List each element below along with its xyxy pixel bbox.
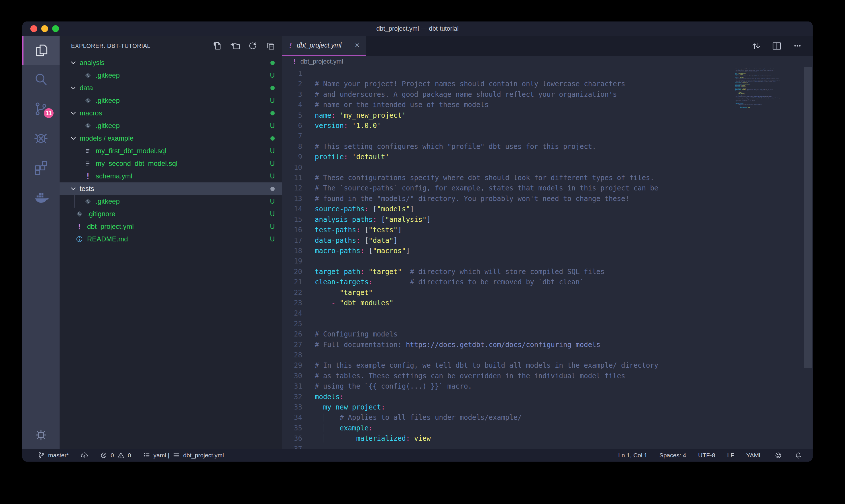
line-number: 26: [282, 329, 308, 339]
code-line[interactable]: 18macro-paths: ["macros"]: [282, 246, 732, 256]
line-number: 9: [282, 152, 308, 162]
tree-item-label: .gitkeep: [96, 71, 120, 79]
code-line[interactable]: 21clean-targets: # directories to be rem…: [282, 277, 732, 287]
new-file-button[interactable]: [212, 41, 222, 51]
tree-item--gitkeep[interactable]: .gitkeepU: [59, 94, 282, 107]
tree-item-my-second-dbt-model-sql[interactable]: my_second_dbt_model.sqlU: [59, 157, 282, 170]
line-number: 7: [282, 131, 308, 141]
tree-item--gitkeep[interactable]: .gitkeepU: [59, 69, 282, 82]
tree-item--gitkeep[interactable]: .gitkeepU: [59, 120, 282, 132]
collapse-all-button[interactable]: [266, 41, 275, 51]
refresh-button[interactable]: [248, 41, 257, 51]
more-actions-button[interactable]: [792, 40, 803, 51]
code-line[interactable]: 17data-paths: ["data"]: [282, 235, 732, 246]
activity-item-explorer[interactable]: [22, 36, 59, 65]
code-line[interactable]: 31# using the `{{ config(...) }}` macro.: [282, 381, 732, 392]
tree-item-analysis[interactable]: analysis: [59, 56, 282, 69]
code-line[interactable]: 25: [282, 319, 732, 329]
settings-button[interactable]: [34, 428, 49, 443]
new-folder-icon: [230, 41, 240, 51]
tree-item-label: README.md: [87, 235, 128, 243]
code-line[interactable]: 16test-paths: ["tests"]: [282, 225, 732, 235]
tab-close-icon[interactable]: ×: [350, 41, 359, 50]
line-number: 15: [282, 215, 308, 225]
code-line[interactable]: 24: [282, 308, 732, 319]
tree-item--gitkeep[interactable]: .gitkeepU: [59, 195, 282, 208]
tree-item-macros[interactable]: macros: [59, 107, 282, 120]
code-line[interactable]: 33 my_new_project:: [282, 402, 732, 412]
tab-strip: ! dbt_project.yml ×: [282, 36, 813, 56]
code-line[interactable]: 37: [282, 444, 732, 449]
tree-item-tests[interactable]: tests: [59, 182, 282, 195]
code-line[interactable]: 28: [282, 350, 732, 360]
collapse-all-icon: [266, 41, 275, 51]
split-editor-button[interactable]: [771, 40, 782, 51]
status-git-branch[interactable]: master*: [37, 451, 69, 459]
refresh-icon: [248, 41, 257, 51]
code-line[interactable]: 22 - "target": [282, 288, 732, 298]
code-line[interactable]: 36 materialized: view: [282, 433, 732, 444]
breadcrumb[interactable]: ! dbt_project.yml: [282, 56, 813, 67]
code-line[interactable]: 1: [282, 69, 732, 79]
code-line[interactable]: 4# name or the intended use of these mod…: [282, 100, 732, 110]
code-line[interactable]: 3# and underscores. A good package name …: [282, 89, 732, 100]
status-text: YAML: [746, 452, 762, 459]
code-line[interactable]: 6version: '1.0.0': [282, 121, 732, 131]
code-line[interactable]: 32models:: [282, 392, 732, 402]
status-publish-changes[interactable]: [80, 451, 88, 459]
activity-item-docker[interactable]: [22, 182, 59, 211]
code-line[interactable]: 14source-paths: ["models"]: [282, 204, 732, 214]
tab-dbt-project-yml[interactable]: ! dbt_project.yml ×: [282, 36, 366, 56]
tree-item--gitignore[interactable]: .gitignoreU: [59, 208, 282, 220]
code-line[interactable]: 23 - "dbt_modules": [282, 298, 732, 308]
tree-item-my-first-dbt-model-sql[interactable]: my_first_dbt_model.sqlU: [59, 145, 282, 157]
tree-item-data[interactable]: data: [59, 82, 282, 94]
activity-item-extensions[interactable]: [22, 152, 59, 182]
tree-item-dbt-project-yml[interactable]: !dbt_project.ymlU: [59, 220, 282, 233]
status-language-mode[interactable]: YAML: [746, 452, 762, 459]
code-line[interactable]: 10: [282, 162, 732, 173]
status-notifications[interactable]: [794, 451, 802, 459]
code-line[interactable]: 12# The `source-paths` config, for examp…: [282, 183, 732, 193]
tree-item-schema-yml[interactable]: !schema.ymlU: [59, 170, 282, 182]
minimap[interactable]: # Name your project! Project names shoul…: [735, 69, 804, 449]
status-eol[interactable]: LF: [727, 452, 734, 459]
status-file-outline[interactable]: yaml |dbt_project.yml: [143, 451, 224, 459]
code-lines[interactable]: 12# Name your project! Project names sho…: [282, 69, 732, 449]
status-cursor-position[interactable]: Ln 1, Col 1: [618, 452, 647, 459]
status-indentation[interactable]: Spaces: 4: [659, 452, 686, 459]
editor-scrollbar[interactable]: [804, 67, 812, 368]
code-line[interactable]: 2# Name your project! Project names shou…: [282, 79, 732, 89]
status-problems[interactable]: 00: [100, 451, 131, 459]
line-number: 12: [282, 183, 308, 193]
code-line[interactable]: 19: [282, 256, 732, 266]
code-line[interactable]: 13# found in the "models/" directory. Yo…: [282, 194, 732, 204]
code-line[interactable]: 11# These configurations specify where d…: [282, 173, 732, 183]
tree-item-label: .gitignore: [87, 210, 115, 218]
code-line[interactable]: 15analysis-paths: ["analysis"]: [282, 215, 732, 225]
code-line[interactable]: 26# Configuring models: [282, 329, 732, 339]
activity-item-search[interactable]: [22, 65, 59, 94]
status-feedback[interactable]: [774, 451, 782, 459]
code-line[interactable]: 34 # Applies to all files under models/e…: [282, 412, 732, 423]
tree-item-readme-md[interactable]: README.mdU: [59, 233, 282, 246]
code-line[interactable]: 7: [282, 131, 732, 141]
activity-item-source-control[interactable]: 11: [22, 94, 59, 123]
code-line[interactable]: 9profile: 'default': [282, 152, 732, 162]
code-line[interactable]: 29# In this example config, we tell dbt …: [282, 360, 732, 371]
git-untracked-badge: U: [270, 97, 275, 105]
git-untracked-badge: U: [270, 198, 275, 205]
status-text: master*: [48, 452, 69, 459]
status-encoding[interactable]: UTF-8: [698, 452, 715, 459]
new-folder-button[interactable]: [230, 41, 240, 51]
activity-item-debug[interactable]: [22, 123, 59, 152]
code-editor[interactable]: 12# Name your project! Project names sho…: [282, 67, 813, 449]
tree-item-models-example[interactable]: models / example: [59, 132, 282, 145]
code-line[interactable]: 5name: 'my_new_project': [282, 110, 732, 121]
open-changes-button[interactable]: [751, 40, 762, 51]
code-line[interactable]: 20target-path: "target" # directory whic…: [282, 267, 732, 277]
code-line[interactable]: 27# Full documentation: https://docs.get…: [282, 340, 732, 350]
code-line[interactable]: 35 example:: [282, 423, 732, 433]
code-line[interactable]: 8# This setting configures which "profil…: [282, 142, 732, 152]
code-line[interactable]: 30# as tables. These settings can be ove…: [282, 371, 732, 381]
